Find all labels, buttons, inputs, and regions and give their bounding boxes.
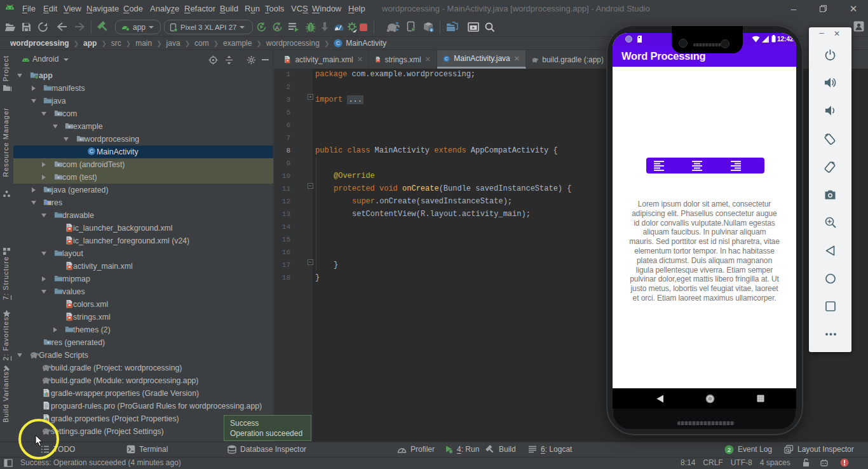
svg-text:C: C <box>336 40 341 46</box>
svg-text:2: 2 <box>728 445 731 452</box>
svg-text:A: A <box>275 25 279 31</box>
